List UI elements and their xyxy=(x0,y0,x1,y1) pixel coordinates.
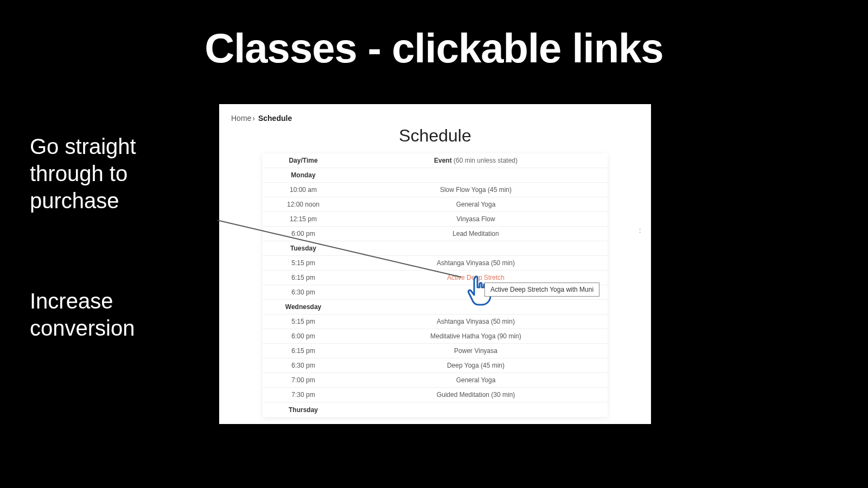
slide-copy-1: Go straight through to purchase xyxy=(30,133,136,214)
day-label: Thursday xyxy=(263,403,344,417)
copy-line: Go straight xyxy=(30,133,136,160)
breadcrumb: Home› Schedule xyxy=(219,104,651,125)
class-time: 10:00 am xyxy=(263,183,344,197)
schedule-row: 12:00 noonGeneral Yoga xyxy=(263,197,608,212)
schedule-row: 7:00 pmGeneral Yoga xyxy=(263,373,608,388)
class-time: 5:15 pm xyxy=(263,314,344,329)
day-heading-row: Monday xyxy=(263,168,608,183)
class-event[interactable]: Ashtanga Vinyasa (50 min) xyxy=(344,256,608,270)
class-event[interactable]: Vinyasa Flow xyxy=(344,212,608,226)
class-link[interactable]: Active Deep Stretch xyxy=(344,271,608,285)
class-event[interactable]: Slow Flow Yoga (45 min) xyxy=(344,183,608,197)
schedule-row: 10:00 amSlow Flow Yoga (45 min) xyxy=(263,183,608,197)
class-event[interactable]: Ashtanga Vinyasa (50 min) xyxy=(344,314,608,329)
schedule-row: 6:30 pmDeep Yoga (45 min) xyxy=(263,358,608,373)
class-event[interactable]: Meditative Hatha Yoga (90 min) xyxy=(344,329,608,343)
schedule-row: 6:15 pmPower Vinyasa xyxy=(263,344,608,358)
class-time: 6:00 pm xyxy=(263,329,344,343)
schedule-row: 5:15 pmAshtanga Vinyasa (50 min) xyxy=(263,314,608,329)
class-time: 6:00 pm xyxy=(263,227,344,241)
schedule-row: 6:00 pmLead Meditation xyxy=(263,227,608,241)
copy-line: purchase xyxy=(30,187,136,214)
schedule-row: 6:30 pm xyxy=(263,285,608,300)
class-time: 12:15 pm xyxy=(263,212,344,226)
schedule-row: 6:00 pmMeditative Hatha Yoga (90 min) xyxy=(263,329,608,344)
class-event[interactable]: Lead Meditation xyxy=(344,227,608,241)
schedule-row: 6:15 pmActive Deep Stretch xyxy=(263,271,608,285)
copy-line: through to xyxy=(30,160,136,187)
schedule-panel: Home› Schedule Schedule Day/Time Event (… xyxy=(219,104,651,424)
class-time: 7:30 pm xyxy=(263,388,344,402)
class-time: 6:15 pm xyxy=(263,271,344,285)
breadcrumb-separator: › xyxy=(252,114,255,123)
class-event xyxy=(344,245,608,252)
breadcrumb-home-link[interactable]: Home xyxy=(231,114,251,123)
class-time: 6:30 pm xyxy=(263,285,344,299)
class-event xyxy=(344,289,608,296)
class-event[interactable]: General Yoga xyxy=(344,373,608,387)
copy-line: Increase xyxy=(30,287,135,314)
class-event[interactable]: General Yoga xyxy=(344,197,608,211)
slide-headline: Classes - clickable links xyxy=(0,24,868,72)
class-time: 5:15 pm xyxy=(263,256,344,270)
class-event xyxy=(344,407,608,413)
class-event[interactable]: Deep Yoga (45 min) xyxy=(344,358,608,373)
class-time: 7:00 pm xyxy=(263,373,344,387)
class-event xyxy=(344,304,608,310)
class-event xyxy=(344,172,608,178)
stray-text: : xyxy=(639,227,641,234)
header-event-note: (60 min unless stated) xyxy=(452,157,518,164)
day-heading-row: Thursday xyxy=(263,402,608,417)
class-time: 6:30 pm xyxy=(263,358,344,373)
day-label: Wednesday xyxy=(263,300,344,314)
table-header-row: Day/Time Event (60 min unless stated) xyxy=(263,153,608,168)
day-heading-row: Tuesday xyxy=(263,241,608,256)
header-event: Event (60 min unless stated) xyxy=(344,153,608,168)
class-event[interactable]: Guided Meditation (30 min) xyxy=(344,388,608,402)
day-label: Monday xyxy=(263,168,344,182)
schedule-row: 7:30 pmGuided Meditation (30 min) xyxy=(263,388,608,402)
header-daytime: Day/Time xyxy=(263,153,344,168)
day-label: Tuesday xyxy=(263,241,344,255)
day-heading-row: Wednesday xyxy=(263,300,608,314)
schedule-row: 5:15 pmAshtanga Vinyasa (50 min) xyxy=(263,256,608,271)
schedule-table: Day/Time Event (60 min unless stated) Mo… xyxy=(263,153,608,417)
header-event-label: Event xyxy=(434,157,452,164)
class-time: 6:15 pm xyxy=(263,344,344,358)
page-title: Schedule xyxy=(219,126,651,146)
class-time: 12:00 noon xyxy=(263,197,344,211)
class-event[interactable]: Power Vinyasa xyxy=(344,344,608,358)
schedule-row: 12:15 pmVinyasa Flow xyxy=(263,212,608,227)
breadcrumb-current: Schedule xyxy=(258,114,292,123)
copy-line: conversion xyxy=(30,314,135,342)
slide-copy-2: Increase conversion xyxy=(30,287,135,342)
